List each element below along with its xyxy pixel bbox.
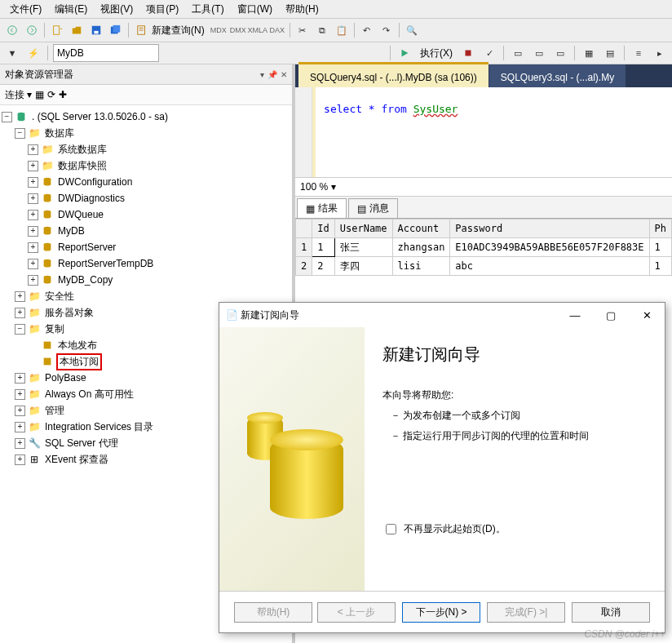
expander-icon[interactable]: + bbox=[15, 308, 25, 318]
menu-file[interactable]: 文件(F) bbox=[3, 1, 48, 18]
redo-icon[interactable]: ↷ bbox=[378, 21, 396, 39]
pin-icon[interactable]: 📌 bbox=[267, 70, 277, 79]
table-row[interactable]: 1 1 张三 zhangsan E10ADC3949BA59ABBE56E057… bbox=[296, 238, 672, 257]
execute-button[interactable]: 执行(X) bbox=[417, 44, 456, 62]
back-button[interactable]: < 上一步 bbox=[317, 602, 396, 623]
stats-icon[interactable]: ▭ bbox=[551, 44, 569, 62]
tree-mgmt[interactable]: 管理 bbox=[43, 404, 66, 418]
tree-server[interactable]: . (SQL Server 13.0.5026.0 - sa) bbox=[30, 111, 170, 122]
tree-polybase[interactable]: PolyBase bbox=[43, 372, 88, 384]
expander-icon[interactable]: + bbox=[15, 406, 25, 416]
dropdown-icon[interactable]: ▾ bbox=[260, 70, 264, 79]
tree-db-item[interactable]: DWDiagnostics bbox=[56, 193, 126, 204]
expander-icon[interactable]: + bbox=[15, 389, 25, 400]
menu-window[interactable]: 窗口(W) bbox=[231, 1, 279, 18]
exec-icon[interactable] bbox=[396, 44, 413, 62]
cancel-button[interactable]: 取消 bbox=[572, 602, 650, 623]
help-button[interactable]: 帮助(H) bbox=[234, 602, 312, 623]
indent-icon[interactable]: ▸ bbox=[651, 44, 669, 62]
editor-code[interactable]: select * from SysUser bbox=[316, 87, 466, 177]
close-button[interactable]: ✕ bbox=[629, 303, 665, 327]
expander-icon[interactable]: − bbox=[15, 324, 25, 335]
filter-toolbar-icon[interactable]: ▦ bbox=[35, 89, 44, 100]
dont-show-checkbox[interactable]: 不再显示此起始页(D)。 bbox=[382, 521, 647, 537]
forward-icon[interactable] bbox=[23, 21, 41, 39]
tree-replication[interactable]: 复制 bbox=[43, 322, 66, 336]
plus-icon[interactable]: ✚ bbox=[59, 89, 67, 100]
expander-icon[interactable]: + bbox=[28, 161, 38, 171]
expander-icon[interactable]: + bbox=[28, 144, 38, 155]
database-combo[interactable]: MyDB bbox=[53, 44, 159, 62]
tree-db-item[interactable]: MyDB_Copy bbox=[56, 274, 114, 286]
expander-icon[interactable]: + bbox=[15, 291, 25, 302]
stop-icon[interactable] bbox=[459, 44, 477, 62]
display-plan-icon[interactable]: ▭ bbox=[509, 44, 527, 62]
checkbox-input[interactable] bbox=[386, 524, 396, 534]
col-header[interactable]: Id bbox=[312, 220, 334, 238]
tree-db-item[interactable]: MyDB bbox=[56, 225, 86, 237]
col-header[interactable]: Password bbox=[450, 220, 649, 238]
col-header[interactable] bbox=[296, 220, 312, 238]
next-button[interactable]: 下一步(N) > bbox=[402, 602, 480, 623]
zoom-bar[interactable]: 100 % ▾ bbox=[295, 178, 672, 197]
mdx-icon[interactable]: MDX bbox=[210, 21, 228, 39]
cut-icon[interactable]: ✂ bbox=[294, 21, 312, 39]
paste-icon[interactable]: 📋 bbox=[333, 21, 351, 39]
tree-integ[interactable]: Integration Services 目录 bbox=[43, 420, 155, 434]
col-header[interactable]: Account bbox=[392, 220, 450, 238]
tree-security[interactable]: 安全性 bbox=[43, 290, 76, 304]
include-plan-icon[interactable]: ▭ bbox=[530, 44, 548, 62]
connect-button[interactable]: 连接 ▾ bbox=[5, 88, 32, 102]
find-icon[interactable]: 🔍 bbox=[403, 21, 421, 39]
expander-icon[interactable]: + bbox=[28, 177, 38, 188]
save-all-icon[interactable] bbox=[107, 21, 125, 39]
save-icon[interactable] bbox=[87, 21, 105, 39]
tree-serverobj[interactable]: 服务器对象 bbox=[43, 306, 95, 320]
expander-icon[interactable]: + bbox=[15, 373, 25, 384]
back-icon[interactable] bbox=[3, 21, 21, 39]
new-query-button[interactable]: 新建查询(N) bbox=[132, 21, 208, 39]
expander-icon[interactable]: + bbox=[28, 193, 38, 204]
minimize-button[interactable]: — bbox=[557, 303, 593, 327]
tab-sqlquery4[interactable]: SQLQuery4.sql - (...l).MyDB (sa (106)) bbox=[298, 62, 489, 87]
dax-icon[interactable]: DAX bbox=[268, 21, 286, 39]
expander-icon[interactable]: + bbox=[15, 455, 25, 465]
undo-icon[interactable]: ↶ bbox=[358, 21, 376, 39]
tree-databases[interactable]: 数据库 bbox=[43, 126, 76, 140]
tree-xevent[interactable]: XEvent 探查器 bbox=[43, 453, 110, 467]
dialog-titlebar[interactable]: 📄 新建订阅向导 — ▢ ✕ bbox=[219, 303, 665, 327]
new-icon[interactable] bbox=[48, 21, 66, 39]
tree-db-item[interactable]: DWQueue bbox=[56, 209, 105, 220]
filter-icon[interactable]: ▼ bbox=[3, 44, 21, 62]
expander-icon[interactable]: − bbox=[15, 128, 25, 139]
expander-icon[interactable]: + bbox=[28, 259, 38, 269]
xmla-icon[interactable]: XMLA bbox=[249, 21, 267, 39]
tree-subscription[interactable]: 本地订阅 bbox=[56, 353, 102, 370]
refresh-icon[interactable]: ⟳ bbox=[47, 89, 55, 100]
expander-icon[interactable]: + bbox=[28, 210, 38, 220]
tree-db-item[interactable]: ReportServer bbox=[56, 242, 117, 253]
finish-button[interactable]: 完成(F) >| bbox=[487, 602, 565, 623]
maximize-button[interactable]: ▢ bbox=[593, 303, 629, 327]
tree-db-item[interactable]: ReportServerTempDB bbox=[56, 258, 155, 269]
close-icon[interactable]: ✕ bbox=[281, 70, 287, 79]
col-header[interactable]: UserName bbox=[334, 220, 392, 238]
menu-tools[interactable]: 工具(T) bbox=[185, 1, 230, 18]
expander-icon[interactable]: + bbox=[15, 438, 25, 449]
results-grid-icon[interactable]: ▦ bbox=[580, 44, 598, 62]
expander-icon[interactable]: + bbox=[28, 242, 38, 253]
connect-icon[interactable]: ⚡ bbox=[24, 44, 42, 62]
menu-project[interactable]: 项目(P) bbox=[139, 1, 185, 18]
tree-db-item[interactable]: DWConfiguration bbox=[56, 176, 134, 188]
parse-icon[interactable]: ✓ bbox=[480, 44, 498, 62]
sql-editor[interactable]: select * from SysUser bbox=[295, 87, 672, 178]
tree-dbsnap[interactable]: 数据库快照 bbox=[56, 159, 108, 173]
copy-icon[interactable]: ⧉ bbox=[313, 21, 331, 39]
messages-tab[interactable]: ▤消息 bbox=[348, 198, 398, 218]
tree-agent[interactable]: SQL Server 代理 bbox=[43, 437, 120, 450]
results-tab[interactable]: ▦结果 bbox=[297, 198, 347, 218]
menu-view[interactable]: 视图(V) bbox=[94, 1, 139, 18]
results-text-icon[interactable]: ▤ bbox=[601, 44, 619, 62]
expander-icon[interactable]: + bbox=[28, 226, 38, 237]
menu-edit[interactable]: 编辑(E) bbox=[48, 1, 94, 18]
